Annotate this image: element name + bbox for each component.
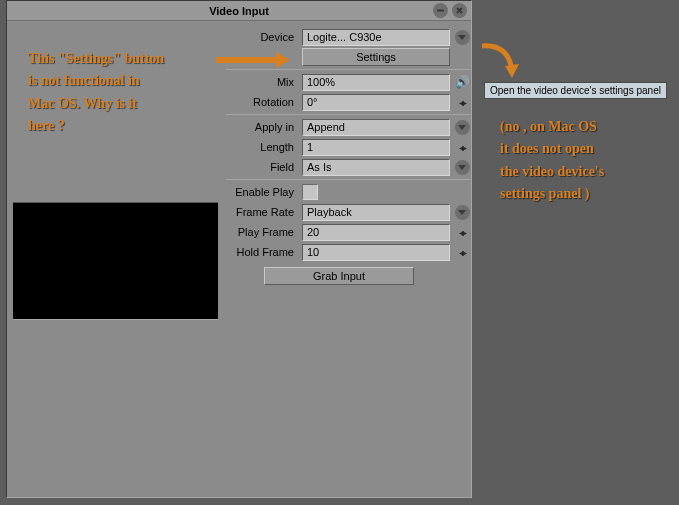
applyin-label: Apply in <box>226 121 298 133</box>
chevron-down-icon[interactable] <box>454 29 470 45</box>
playframe-input[interactable] <box>302 224 450 241</box>
annotation-text: is not functional in <box>28 70 208 92</box>
holdframe-label: Hold Frame <box>226 246 298 258</box>
framerate-label: Frame Rate <box>226 206 298 218</box>
annotation-text: Mac OS. Why is it <box>28 93 208 115</box>
annotation-text: This "Settings" button <box>28 48 208 70</box>
annotation-text: settings panel ) <box>500 183 670 205</box>
framerate-dropdown[interactable]: Playback <box>302 204 450 221</box>
rotation-label: Rotation <box>226 96 298 108</box>
separator <box>226 114 470 115</box>
field-dropdown[interactable]: As Is <box>302 159 450 176</box>
chevron-down-icon[interactable] <box>454 119 470 135</box>
titlebar: Video Input <box>7 1 471 21</box>
separator <box>226 179 470 180</box>
chevron-down-icon[interactable] <box>454 204 470 220</box>
annotation-text: here ? <box>28 115 208 137</box>
window-title: Video Input <box>7 5 471 17</box>
enableplay-label: Enable Play <box>226 186 298 198</box>
device-label: Device <box>226 31 298 43</box>
length-label: Length <box>226 141 298 153</box>
applyin-dropdown[interactable]: Append <box>302 119 450 136</box>
settings-button[interactable]: Settings <box>302 48 450 66</box>
stepper-icon[interactable]: ◂▸ <box>454 139 470 155</box>
close-icon[interactable] <box>452 3 467 18</box>
video-preview <box>13 202 218 320</box>
mix-input[interactable] <box>302 74 450 91</box>
length-input[interactable] <box>302 139 450 156</box>
annotation-left: This "Settings" button is not functional… <box>28 48 208 138</box>
enableplay-checkbox[interactable] <box>302 184 318 200</box>
annotation-text: it does not open <box>500 138 670 160</box>
rotation-input[interactable] <box>302 94 450 111</box>
chevron-down-icon[interactable] <box>454 159 470 175</box>
spacer <box>454 184 470 200</box>
minimize-icon[interactable] <box>433 3 448 18</box>
tooltip: Open the video device's settings panel <box>484 82 667 99</box>
annotation-text: (no , on Mac OS <box>500 116 670 138</box>
playframe-label: Play Frame <box>226 226 298 238</box>
annotation-text: the video device's <box>500 161 670 183</box>
speaker-icon[interactable]: 🔊 <box>454 74 470 90</box>
annotation-curved-arrow-icon <box>478 40 522 84</box>
separator <box>226 69 470 70</box>
mix-label: Mix <box>226 76 298 88</box>
annotation-arrow-icon <box>216 52 296 68</box>
field-label: Field <box>226 161 298 173</box>
device-dropdown[interactable]: Logite... C930e <box>302 29 450 46</box>
annotation-right: (no , on Mac OS it does not open the vid… <box>500 116 670 206</box>
stepper-icon[interactable]: ◂▸ <box>454 94 470 110</box>
grab-input-button[interactable]: Grab Input <box>264 267 414 285</box>
stepper-icon[interactable]: ◂▸ <box>454 224 470 240</box>
stepper-icon[interactable]: ◂▸ <box>454 244 470 260</box>
holdframe-input[interactable] <box>302 244 450 261</box>
